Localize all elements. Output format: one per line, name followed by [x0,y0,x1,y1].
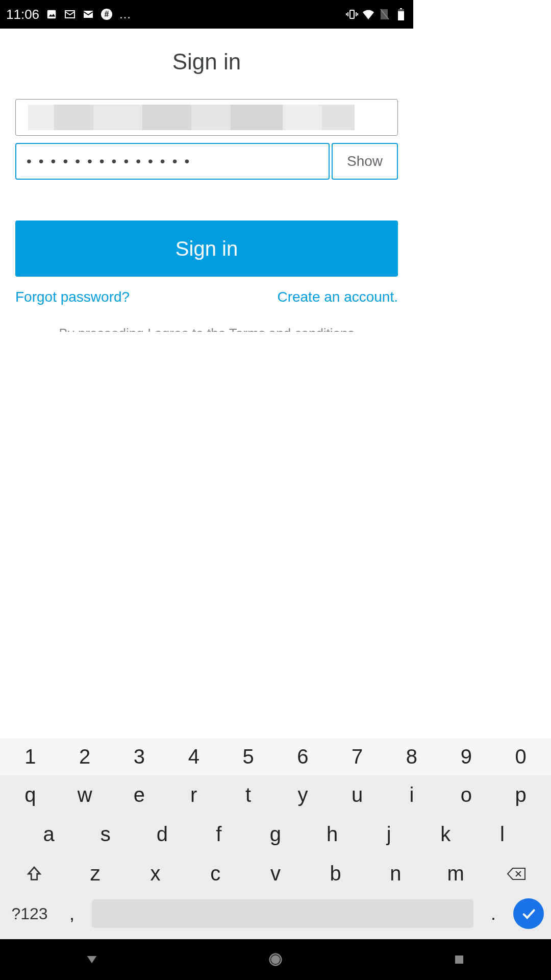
page-title: Sign in [15,49,398,75]
status-right [346,8,407,20]
status-overflow-icon: … [119,7,132,21]
no-sim-icon [379,8,391,20]
svg-text:#: # [105,10,109,18]
create-account-link[interactable]: Create an account. [277,289,398,305]
vibrate-icon [346,8,358,20]
svg-rect-0 [47,10,56,19]
gallery-icon [45,8,58,20]
signin-button[interactable]: Sign in [15,220,398,277]
password-row: •••••••••••••• Show [15,143,398,180]
svg-rect-12 [400,8,402,9]
forgot-password-link[interactable]: Forgot password? [15,289,130,305]
show-label: Show [347,153,383,169]
username-input[interactable] [15,99,398,136]
status-bar: 11:06 # … [0,0,413,29]
signin-form: Sign in •••••••••••••• Show Sign in Forg… [0,29,413,332]
password-input[interactable]: •••••••••••••• [15,143,330,180]
terms-text: By proceeding I agree to the Terms and c… [15,326,398,332]
redacted-content [28,105,355,130]
username-row [15,99,398,136]
wifi-icon [362,8,374,20]
battery-icon [395,8,407,20]
status-left: 11:06 # … [6,7,132,22]
show-password-button[interactable]: Show [332,143,398,180]
signin-button-label: Sign in [176,237,238,260]
mail-outline-icon [64,8,76,20]
svg-rect-6 [350,10,354,18]
svg-rect-14 [398,11,404,20]
hash-icon: # [101,8,113,20]
links-row: Forgot password? Create an account. [15,289,398,305]
mail-icon [82,8,94,20]
status-time: 11:06 [6,7,39,22]
password-masked-value: •••••••••••••• [27,153,196,169]
